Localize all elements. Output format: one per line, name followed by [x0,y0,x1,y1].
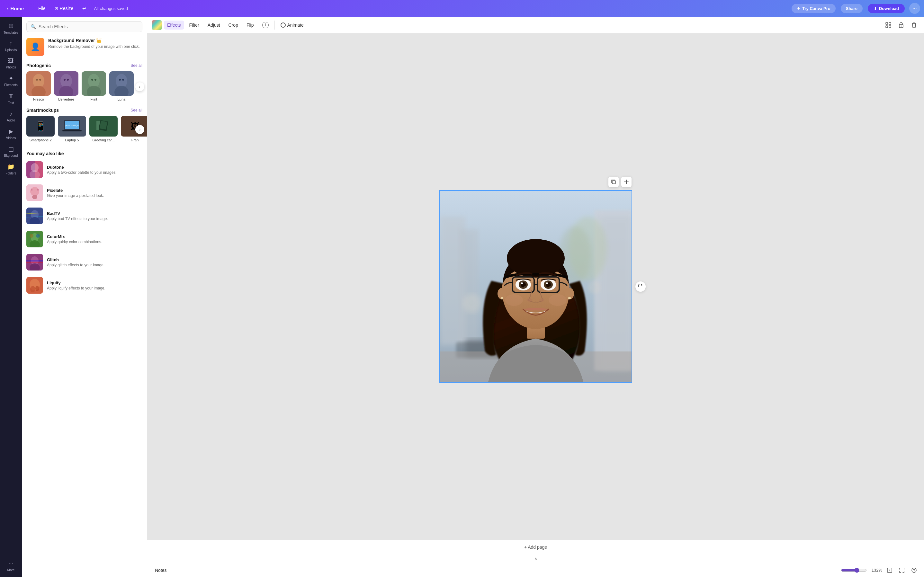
try-pro-button[interactable]: ✦ Try Canva Pro [792,4,835,13]
sidebar: ⊞ Templates ↑ Uploads 🖼 Photos ✦ Element… [0,17,22,577]
add-page-bar[interactable]: + Add page [147,540,924,554]
sidebar-item-text[interactable]: T Text [1,90,21,107]
sidebar-label-text: Text [8,101,14,105]
colormix-desc: Apply quirky color combinations. [47,240,102,244]
colormix-preview-svg [26,230,43,247]
filter-toolbar-btn[interactable]: Filter [186,21,203,29]
may-like-liquify[interactable]: Liquify Apply liquify effects to your im… [22,274,147,297]
svg-point-90 [521,282,523,284]
svg-point-104 [914,571,914,572]
sidebar-item-elements[interactable]: ✦ Elements [1,72,21,89]
canvas-wrapper[interactable] [147,34,924,540]
may-like-pixelate[interactable]: Pixelate Give your image a pixelated loo… [22,181,147,204]
add-page-label: + Add page [524,545,547,550]
download-button[interactable]: ⬇ Download [868,4,905,13]
more-options-button[interactable]: ··· [909,3,920,14]
effects-toolbar-btn[interactable]: Effects [164,21,184,29]
page-view-button[interactable]: 1 [885,566,895,575]
share-button[interactable]: Share [841,4,863,13]
animate-toolbar-btn[interactable]: Animate [277,21,307,29]
zoom-percentage: 132% [869,568,882,572]
sidebar-item-audio[interactable]: ♪ Audio [1,108,21,125]
rotate-icon [638,284,643,289]
flip-toolbar-btn[interactable]: Flip [243,21,257,29]
info-toolbar-btn[interactable]: i [259,20,272,30]
mock-greeting-card[interactable]: Greeting car... [89,116,118,142]
svg-point-73 [463,293,482,313]
adjust-toolbar-btn[interactable]: Adjust [205,21,223,29]
fran-label: Fran [131,138,139,142]
sidebar-item-photos[interactable]: 🖼 Photos [1,55,21,72]
photogenic-next-button[interactable]: › [135,82,144,91]
svg-point-3 [36,79,38,81]
may-also-like-header: You may also like [22,148,147,158]
rotate-button[interactable] [635,281,646,292]
mock-smartphone2[interactable]: 📱 Smartphone 2 [26,116,55,142]
elements-icon: ✦ [9,75,13,82]
flint-preview-svg [82,71,106,96]
belvedere-label: Belvedere [58,97,74,101]
smartmockups-next-button[interactable]: › [135,125,144,134]
grid-icon [885,22,891,28]
svg-point-4 [39,79,41,81]
glitch-desc: Apply glitch effects to your image. [47,263,105,267]
notes-tab[interactable]: Notes [152,566,169,574]
sidebar-item-folders[interactable]: 📁 Folders [1,161,21,178]
fullscreen-button[interactable] [897,566,907,575]
sidebar-item-background[interactable]: ◫ Bkground [1,143,21,160]
color-swatch[interactable] [152,20,162,30]
file-button[interactable]: File [35,4,49,13]
home-chevron: ‹ [7,6,8,11]
may-like-glitch[interactable]: Glitch Apply glitch effects to your imag… [22,251,147,274]
may-also-like-title: You may also like [26,151,64,156]
svg-rect-27 [100,121,107,129]
background-remover-item[interactable]: 👤 Background Remover 👑 Remove the backgr… [22,35,147,60]
home-button[interactable]: ‹ Home [4,4,27,13]
undo-button[interactable]: ↩ [79,4,89,13]
canvas[interactable] [440,191,632,382]
duotone-preview-svg [26,161,43,178]
smartmockups-section-header: Smartmockups See all [22,105,147,115]
zoom-slider[interactable] [841,568,867,573]
effect-luna[interactable]: Luna [109,71,134,101]
filter-toolbar-label: Filter [189,23,199,27]
resize-button[interactable]: ⊠ Resize [52,4,77,13]
sidebar-item-more[interactable]: ··· More [1,558,21,574]
pixelate-preview-svg [26,184,43,201]
add-button[interactable] [621,177,632,187]
search-input[interactable] [39,24,138,29]
more-dots-icon: ··· [913,5,917,11]
effect-belvedere[interactable]: Belvedere [54,71,78,101]
delete-toolbar-btn[interactable] [909,19,919,31]
svg-rect-56 [886,23,888,24]
toolbar: Effects Filter Adjust Crop Flip i Animat… [147,17,924,34]
plus-icon [624,179,629,184]
collapse-bar[interactable]: ∧ [147,554,924,563]
sidebar-item-videos[interactable]: ▶ Videos [1,125,21,142]
crop-toolbar-btn[interactable]: Crop [225,21,241,29]
flint-label: Flint [90,97,97,101]
sidebar-label-folders: Folders [5,172,16,175]
lock-icon [898,22,904,28]
photogenic-see-all[interactable]: See all [131,63,142,68]
effect-flint[interactable]: Flint [82,71,106,101]
text-icon: T [9,92,13,100]
svg-point-14 [95,79,97,81]
duplicate-button[interactable] [608,177,619,187]
sidebar-item-uploads[interactable]: ↑ Uploads [1,37,21,54]
help-button[interactable] [909,566,919,575]
may-like-colormix[interactable]: ColorMix Apply quirky color combinations… [22,227,147,251]
sidebar-item-templates[interactable]: ⊞ Templates [1,19,21,37]
grid-toolbar-btn[interactable] [883,19,894,31]
lock-toolbar-btn[interactable] [896,19,907,31]
smartphone-thumbnail: 📱 [26,116,55,137]
smartmockups-title: Smartmockups [26,108,59,113]
may-like-badtv[interactable]: BadTV Apply bad TV effects to your image… [22,204,147,227]
svg-point-96 [549,287,550,287]
luna-label: Luna [118,97,125,101]
smartmockups-see-all[interactable]: See all [131,108,142,113]
effect-fresco[interactable]: Fresco [26,71,51,101]
mock-laptop5[interactable]: your design Laptop 5 [58,116,86,142]
duotone-desc: Apply a two-color palette to your images… [47,170,117,175]
may-like-duotone[interactable]: Duotone Apply a two-color palette to you… [22,158,147,181]
